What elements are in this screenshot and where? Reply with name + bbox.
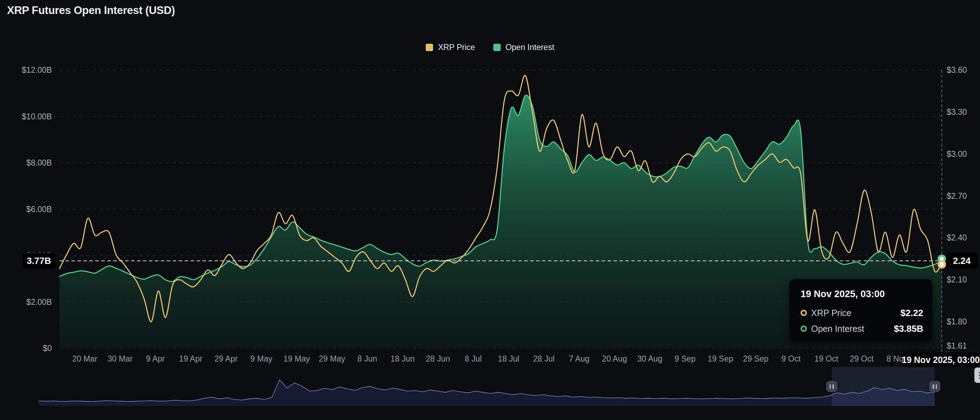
open-interest-current-value-pill: 3.77B xyxy=(22,253,56,269)
y-right-tick: $3.00 xyxy=(947,149,967,158)
x-axis-tick: 30 Aug xyxy=(637,354,663,364)
xrp-price-last-point-marker xyxy=(939,261,945,268)
y-left-tick: $12.00B xyxy=(3,65,52,75)
y-right-tick: $2.10 xyxy=(947,275,967,285)
x-axis-tick: 9 May xyxy=(251,354,273,364)
navigator-right-handle[interactable] xyxy=(929,381,940,392)
x-axis-tick: 28 Jun xyxy=(426,354,450,364)
tooltip-series-value: $3.85B xyxy=(894,323,923,334)
tooltip-series-name: XRP Price xyxy=(811,308,851,318)
xrp-price-dot-icon xyxy=(800,310,807,316)
x-axis-tick: 19 May xyxy=(283,354,310,364)
x-axis-tick: 8 Jul xyxy=(465,354,482,364)
y-left-tick: $6.00B xyxy=(3,204,52,214)
x-axis-tick: 28 Jul xyxy=(533,354,554,364)
x-axis-tick: 20 Mar xyxy=(72,354,97,364)
edge-more-button[interactable]: ⋮ xyxy=(974,368,980,383)
x-axis-tick: 29 Apr xyxy=(215,354,238,364)
navigator-left-handle[interactable] xyxy=(826,381,837,392)
x-axis-tick: 9 Apr xyxy=(146,354,165,364)
y-right-tick: $3.60 xyxy=(947,65,967,75)
chart-tooltip: 19 Nov 2025, 03:00 XRP Price $2.22 Open … xyxy=(789,279,932,342)
x-axis-tick: 20 Aug xyxy=(602,354,627,364)
x-axis-tick: 19 Oct xyxy=(815,354,838,364)
y-right-tick: $2.40 xyxy=(947,233,967,242)
navigator-selection-region[interactable] xyxy=(832,367,935,406)
xrp-price-current-value-pill: 2.24 xyxy=(946,253,978,269)
x-axis-tick: 19 Sep xyxy=(708,354,733,364)
y-left-tick: $10.00B xyxy=(3,112,52,121)
tooltip-row-open-interest: Open Interest $3.85B xyxy=(800,323,923,334)
tooltip-row-xrp-price: XRP Price $2.22 xyxy=(800,307,923,318)
y-right-tick: $3.30 xyxy=(947,107,967,117)
x-axis-tick: 9 Oct xyxy=(781,354,800,364)
x-axis-tick: 7 Aug xyxy=(569,354,590,364)
y-right-tick: $1.80 xyxy=(947,317,967,326)
y-right-tick: $2.70 xyxy=(947,191,967,201)
x-axis-tick: 29 Oct xyxy=(850,354,873,364)
x-axis-tick: 29 Sep xyxy=(743,354,768,364)
chart-page: XRP Futures Open Interest (USD) XRP Pric… xyxy=(0,0,980,420)
x-axis-tick: 18 Jun xyxy=(391,354,415,364)
x-axis-tick: 8 Jun xyxy=(357,354,377,364)
y-left-tick: $0 xyxy=(3,344,52,353)
crosshair-date-pill: 19 Nov 2025, 03:00 xyxy=(903,352,978,367)
y-right-tick: $1.61 xyxy=(947,341,967,351)
x-axis-tick: 9 Sep xyxy=(675,354,695,364)
x-axis-tick: 30 Mar xyxy=(108,354,133,364)
x-axis-tick: 18 Jul xyxy=(498,354,519,364)
tooltip-series-name: Open Interest xyxy=(811,324,864,334)
y-left-tick: $8.00B xyxy=(3,158,52,168)
x-axis-tick: 29 May xyxy=(319,354,345,364)
tooltip-series-value: $2.22 xyxy=(900,307,923,319)
tooltip-timestamp: 19 Nov 2025, 03:00 xyxy=(800,289,885,300)
open-interest-dot-icon xyxy=(800,325,807,332)
y-left-tick: $2.00B xyxy=(3,297,52,307)
x-axis-tick: 19 Apr xyxy=(179,354,202,364)
